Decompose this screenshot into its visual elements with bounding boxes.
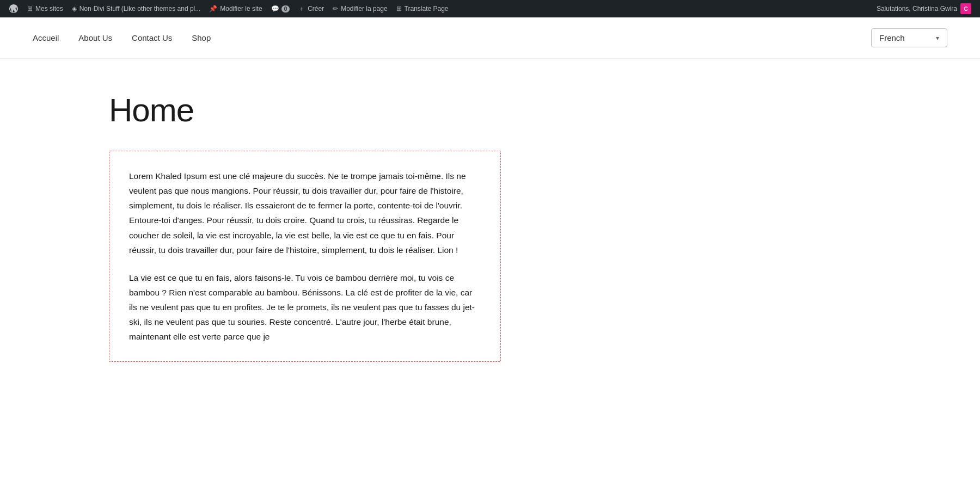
nav-shop[interactable]: Shop — [192, 33, 211, 42]
modifier-site-label: Modifier le site — [220, 5, 262, 13]
content-box: Lorem Khaled Ipsum est une clé majeure d… — [109, 151, 501, 362]
page-content: Home Lorem Khaled Ipsum est une clé maje… — [0, 59, 980, 394]
translate-page-label: Translate Page — [405, 5, 449, 13]
nav-about-us[interactable]: About Us — [78, 33, 112, 42]
plus-icon: ＋ — [298, 4, 305, 14]
comment-count: 0 — [281, 5, 290, 13]
admin-bar-mes-sites[interactable]: ⊞ Mes sites — [23, 0, 68, 17]
creer-label: Créer — [308, 5, 324, 13]
admin-bar-modifier-site[interactable]: 📌 Modifier le site — [205, 0, 266, 17]
mes-sites-label: Mes sites — [35, 5, 63, 13]
admin-bar-modifier-page[interactable]: ✏ Modifier la page — [328, 0, 391, 17]
site-nav: Accueil About Us Contact Us Shop — [33, 33, 211, 42]
chevron-down-icon: ▾ — [936, 34, 939, 42]
non-divi-label: Non-Divi Stuff (Like other themes and pl… — [79, 5, 201, 13]
admin-bar-wp-logo[interactable] — [4, 0, 23, 17]
grid-icon: ⊞ — [27, 5, 33, 13]
paragraph-1: Lorem Khaled Ipsum est une clé majeure d… — [129, 169, 481, 257]
language-selected: French — [879, 33, 905, 42]
nav-accueil[interactable]: Accueil — [33, 33, 59, 42]
comment-icon: 💬 — [271, 5, 279, 13]
pin-icon: 📌 — [209, 5, 217, 13]
divi-icon: ◈ — [72, 5, 77, 13]
admin-avatar: C — [960, 3, 971, 14]
page-wrapper: Accueil About Us Contact Us Shop French … — [0, 17, 980, 481]
pencil-icon: ✏ — [333, 5, 338, 13]
admin-bar-comments[interactable]: 💬 0 — [267, 0, 295, 17]
wordpress-icon — [9, 4, 19, 14]
page-title: Home — [109, 91, 947, 129]
admin-greeting: Salutations, Christina Gwira C — [872, 3, 976, 14]
language-selector[interactable]: French ▾ — [871, 28, 947, 47]
admin-bar-right: Salutations, Christina Gwira C — [872, 3, 976, 14]
site-header: Accueil About Us Contact Us Shop French … — [0, 17, 980, 59]
admin-bar-non-divi[interactable]: ◈ Non-Divi Stuff (Like other themes and … — [68, 0, 205, 17]
translate-icon: ⊞ — [396, 5, 402, 13]
admin-bar: ⊞ Mes sites ◈ Non-Divi Stuff (Like other… — [0, 0, 980, 17]
nav-contact-us[interactable]: Contact Us — [132, 33, 172, 42]
admin-bar-translate-page[interactable]: ⊞ Translate Page — [392, 0, 453, 17]
paragraph-2: La vie est ce que tu en fais, alors fais… — [129, 270, 481, 344]
admin-bar-creer[interactable]: ＋ Créer — [294, 0, 328, 17]
modifier-page-label: Modifier la page — [341, 5, 387, 13]
greeting-text: Salutations, Christina Gwira — [877, 5, 957, 13]
